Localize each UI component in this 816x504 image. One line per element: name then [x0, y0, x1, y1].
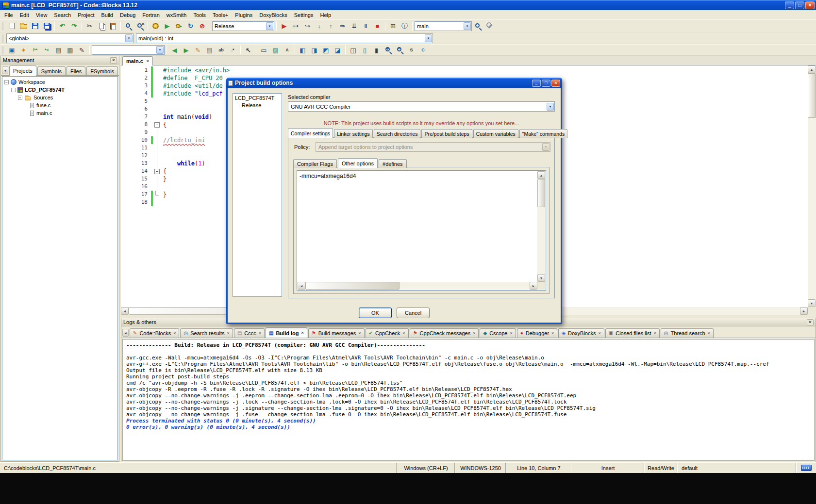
log-tab-thread-search[interactable]: ◎ Thread search ×: [661, 328, 714, 338]
tab-fsymbols[interactable]: FSymbols: [86, 66, 118, 75]
close-tab-icon[interactable]: ×: [358, 331, 361, 336]
menu-tools[interactable]: Tools: [190, 11, 209, 19]
dialog-maximize-button[interactable]: □: [542, 80, 550, 87]
tab-scroll-left-icon[interactable]: ◄: [2, 66, 8, 74]
target-item-release[interactable]: Release: [235, 102, 280, 110]
spellcheck-button[interactable]: ab: [216, 45, 227, 55]
dialog-minimize-button[interactable]: _: [532, 80, 541, 87]
tree-item-file[interactable]: fuse.c: [3, 101, 117, 109]
close-tab-icon[interactable]: ×: [654, 331, 656, 336]
tab-compiler-flags[interactable]: Compiler Flags: [293, 159, 337, 168]
scroll-down-icon[interactable]: ▼: [808, 299, 816, 307]
cancel-button[interactable]: Cancel: [397, 308, 430, 318]
editor-tab-main-c[interactable]: main.c ×: [122, 56, 153, 65]
doxy-wizard-button[interactable]: ✦: [18, 45, 29, 55]
chevron-down-icon[interactable]: ▼: [125, 34, 133, 42]
close-tab-icon[interactable]: ×: [227, 331, 230, 336]
step-into-instruction-button[interactable]: ⇊: [349, 21, 360, 32]
open-file-button[interactable]: [18, 21, 29, 32]
redo-button[interactable]: ↷: [68, 21, 80, 32]
tab-projects[interactable]: Projects: [9, 65, 36, 76]
tab-search-directories[interactable]: Search directories: [374, 129, 421, 138]
search-symbol-button[interactable]: [472, 21, 483, 32]
undo-button[interactable]: ↶: [57, 21, 68, 32]
build-button[interactable]: [150, 21, 161, 32]
step-out-button[interactable]: ↑: [325, 21, 336, 32]
tab-other-options[interactable]: Other options: [338, 158, 378, 168]
cut-button[interactable]: ✂: [84, 21, 95, 32]
target-item-project[interactable]: LCD_PCF8574T: [235, 95, 280, 102]
frame-style-1-button[interactable]: ◧: [297, 45, 308, 55]
chevron-down-icon[interactable]: ▼: [547, 103, 554, 111]
symbols-s-button[interactable]: S: [406, 45, 417, 55]
menu-tools-plus[interactable]: Tools+: [209, 11, 232, 19]
tab-make-commands[interactable]: "Make" commands: [519, 129, 567, 138]
chevron-down-icon[interactable]: ▼: [464, 22, 471, 30]
menu-search[interactable]: Search: [50, 11, 74, 19]
menu-help[interactable]: Help: [316, 11, 334, 19]
symbol-combo[interactable]: main(void) : int ▼: [136, 33, 433, 43]
debug-run-button[interactable]: ▶: [279, 21, 290, 32]
close-tab-icon[interactable]: ×: [402, 331, 405, 336]
ok-button[interactable]: OK: [359, 308, 392, 318]
tree-item-project[interactable]: LCD_PCF8574T: [3, 86, 117, 94]
tab-symbols[interactable]: Symbols: [37, 66, 66, 75]
doxy-view-html-button[interactable]: ▤: [53, 45, 64, 55]
scroll-down-icon[interactable]: ▼: [537, 274, 545, 282]
build-log-view[interactable]: -------------- Build: Release in LCD_PCF…: [122, 339, 815, 461]
zoom-out-button[interactable]: [394, 45, 405, 55]
menu-project[interactable]: Project: [74, 11, 98, 19]
scroll-left-icon[interactable]: ◄: [121, 307, 129, 315]
maximize-button[interactable]: □: [795, 1, 804, 9]
goto-next-button[interactable]: ▶: [181, 45, 192, 55]
log-tab-cppcheck[interactable]: ✔ CppCheck ×: [366, 328, 409, 338]
scrollbar-thumb[interactable]: [537, 179, 545, 207]
log-tab-doxyblocks[interactable]: ◈ DoxyBlocks ×: [558, 328, 604, 338]
menu-wxsmith[interactable]: wxSmith: [163, 11, 190, 19]
panel-split-button[interactable]: ◫: [348, 45, 359, 55]
menu-build[interactable]: Build: [98, 11, 116, 19]
next-instruction-button[interactable]: ⇒: [337, 21, 348, 32]
tab-linker-settings[interactable]: Linker settings: [334, 129, 373, 138]
save-button[interactable]: [30, 21, 41, 32]
close-tab-icon[interactable]: ×: [510, 331, 512, 336]
paste-button[interactable]: [107, 21, 118, 32]
collapse-icon[interactable]: [11, 88, 16, 92]
log-tab-build-messages[interactable]: ⚑ Build messages ×: [308, 328, 365, 338]
menu-fortran[interactable]: Fortran: [139, 11, 163, 19]
collapse-icon[interactable]: [4, 80, 9, 84]
collapse-icon[interactable]: [18, 96, 22, 100]
insert-box-button[interactable]: ▭: [258, 45, 269, 55]
symbols-c-button[interactable]: C: [417, 45, 429, 55]
log-tab-cccc[interactable]: ▤ Cccc ×: [234, 328, 265, 338]
scroll-up-icon[interactable]: ▲: [537, 171, 545, 179]
log-tab-cppcheck-messages[interactable]: ⚑ CppCheck messages ×: [410, 328, 479, 338]
run-to-cursor-button[interactable]: ↦: [290, 21, 301, 32]
close-tab-icon[interactable]: ×: [259, 331, 261, 336]
options-vertical-scrollbar[interactable]: ▲ ▼: [537, 171, 545, 282]
menu-view[interactable]: View: [33, 11, 51, 19]
close-tab-icon[interactable]: ×: [301, 331, 303, 335]
chevron-down-icon[interactable]: ▼: [156, 46, 164, 54]
menu-settings[interactable]: Settings: [291, 11, 317, 19]
log-tab-cscope[interactable]: ◆ Cscope ×: [480, 328, 516, 338]
scrollbar-thumb[interactable]: [808, 73, 816, 118]
thesaurus-button[interactable]: ▤: [204, 45, 215, 55]
close-tab-icon[interactable]: ×: [708, 331, 710, 336]
tab-compiler-settings[interactable]: Compiler settings: [288, 128, 333, 138]
frame-style-2-button[interactable]: ◨: [309, 45, 320, 55]
highlight-button[interactable]: ✎: [192, 45, 203, 55]
close-tab-icon[interactable]: ×: [147, 59, 149, 64]
find-button[interactable]: [123, 21, 134, 32]
stop-debugger-button[interactable]: ■: [372, 21, 383, 32]
regex-tester-button[interactable]: .*: [227, 45, 238, 55]
frame-style-3-button[interactable]: ◩: [320, 45, 332, 55]
compiler-select[interactable]: GNU AVR GCC Compiler ▼: [288, 101, 555, 112]
tree-item-workspace[interactable]: Workspace: [3, 78, 117, 86]
scroll-right-icon[interactable]: ►: [530, 282, 537, 290]
next-line-button[interactable]: ↪: [302, 21, 313, 32]
build-target-combo[interactable]: Release ▼: [212, 21, 274, 31]
debug-target-combo[interactable]: main ▼: [415, 21, 472, 31]
build-and-run-button[interactable]: ▶: [173, 21, 184, 32]
chevron-down-icon[interactable]: ▼: [425, 34, 432, 42]
